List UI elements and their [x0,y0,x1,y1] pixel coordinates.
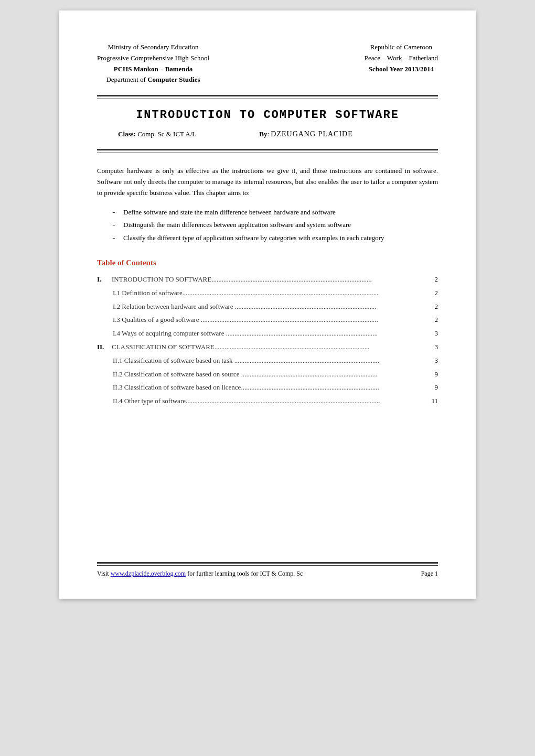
toc-page: 2 [435,274,438,285]
toc-fill: I.3 Qualities of a good software .......… [113,315,433,326]
toc-entry: I.1 Definition of software..............… [97,288,438,299]
toc-entry: II.2 Classification of software based on… [97,369,438,380]
toc-fill: I.1 Definition of software..............… [113,288,433,299]
body-content: Computer hardware is only as effective a… [97,166,438,407]
toc-fill: I.4 Ways of acquiring computer software … [113,328,433,339]
list-item: Distinguish the main differences between… [113,220,438,231]
toc-page: 2 [435,315,438,326]
institution-line4: Department of Computer Studies [97,74,209,85]
list-item: Classify the different type of applicati… [113,233,438,244]
toc-fill: II.3 Classification of software based on… [113,382,433,393]
toc-entry: I.2 Relation between hardware and softwa… [97,301,438,312]
page-footer: Visit www.dzplacide.overblog.com for fur… [97,562,438,578]
footer-left: Visit www.dzplacide.overblog.com for fur… [97,570,303,578]
school-year: School Year 2013/2014 [365,64,438,75]
toc-num: I. [97,274,112,285]
toc-fill: I.2 Relation between hardware and softwa… [113,301,433,312]
title-section: INTRODUCTION TO COMPUTER SOFTWARE Class:… [97,99,438,149]
country-line1: Republic of Cameroon [365,42,438,53]
institution-line3: PCHS Mankon – Bamenda [97,64,209,75]
document-page: Ministry of Secondary Education Progress… [59,10,476,599]
toc-entry: II.3 Classification of software based on… [97,382,438,393]
rule-thick-bottom [97,149,438,150]
footer-page-number: Page 1 [421,570,438,578]
page-header: Ministry of Secondary Education Progress… [97,42,438,85]
footer-text-before: Visit [97,570,111,577]
toc-page: 2 [435,301,438,312]
toc-fill: II.2 Classification of software based on… [113,369,433,380]
toc-page: 11 [431,396,438,407]
toc-fill: II.4 Other type of software.............… [113,396,429,407]
class-field: Class: Comp. Sc & ICT A/L [118,130,196,138]
footer-text: Visit www.dzplacide.overblog.com for fur… [97,570,438,578]
toc-entry: II.4 Other type of software.............… [97,396,438,407]
class-label: Class: [118,130,136,138]
toc-entry: I.3 Qualities of a good software .......… [97,315,438,326]
toc-entry: I.4 Ways of acquiring computer software … [97,328,438,339]
by-label: By [259,130,267,138]
country-line2: Peace – Work – Fatherland [365,53,438,64]
toc-fill: INTRODUCTION TO SOFTWARE................… [112,274,433,285]
bullet-list: Define software and state the main diffe… [113,207,438,244]
toc-page: 3 [435,342,438,353]
footer-rule-thin [97,565,438,566]
toc-page: 3 [435,328,438,339]
toc-fill: II.1 Classification of software based on… [113,355,433,366]
footer-link[interactable]: www.dzplacide.overblog.com [111,570,186,577]
main-title: INTRODUCTION TO COMPUTER SOFTWARE [97,109,438,122]
toc-section: Table of Contents I. INTRODUCTION TO SOF… [97,256,438,407]
by-field: By: DZEUGANG PLACIDE [259,130,352,138]
institution-line2: Progressive Comprehensive High School [97,53,209,64]
toc-entry: II.1 Classification of software based on… [97,355,438,366]
rule-thin-bottom [97,153,438,153]
footer-rule-thick [97,562,438,564]
class-by-row: Class: Comp. Sc & ICT A/L By: DZEUGANG P… [97,130,438,138]
toc-title: Table of Contents [97,256,438,269]
header-right: Republic of Cameroon Peace – Work – Fath… [365,42,438,85]
footer-text-after: for further learning tools for ICT & Com… [186,570,303,577]
toc-fill: CLASSIFICATION OF SOFTWARE..............… [112,342,433,353]
class-value-text: Comp. Sc & ICT A/L [137,130,196,138]
toc-num: II. [97,342,112,353]
rule-thick-top [97,95,438,96]
header-left: Ministry of Secondary Education Progress… [97,42,209,85]
toc-entry: II. CLASSIFICATION OF SOFTWARE..........… [97,342,438,353]
institution-line1: Ministry of Secondary Education [97,42,209,53]
intro-paragraph: Computer hardware is only as effective a… [97,166,438,198]
toc-page: 9 [435,382,438,393]
toc-entry: I. INTRODUCTION TO SOFTWARE.............… [97,274,438,285]
list-item: Define software and state the main diffe… [113,207,438,218]
by-value: DZEUGANG PLACIDE [271,130,352,138]
toc-page: 2 [435,288,438,299]
toc-page: 3 [435,355,438,366]
toc-page: 9 [435,369,438,380]
